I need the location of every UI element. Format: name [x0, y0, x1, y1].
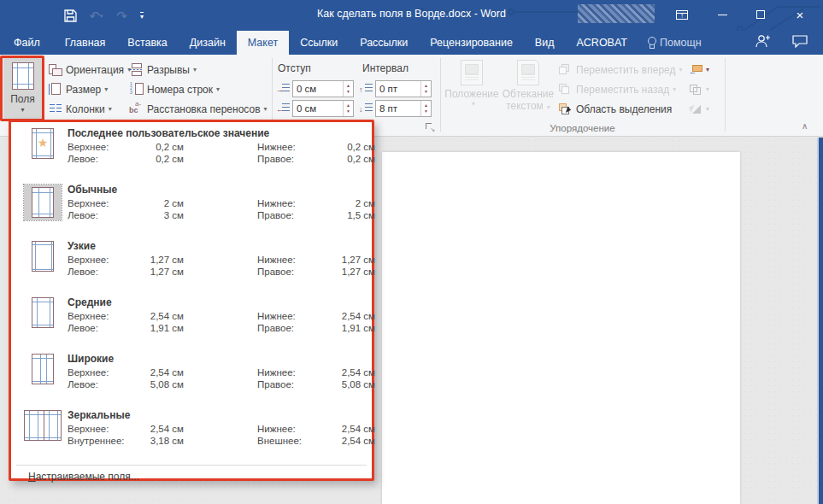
margin-value: 0,2 см — [138, 141, 184, 153]
spacer — [184, 209, 257, 221]
margin-value: 1,27 см — [138, 254, 184, 266]
tab-дизайн[interactable]: Дизайн — [179, 31, 237, 55]
spacer — [184, 254, 257, 266]
margin-values-grid: Верхнее:2 смНижнее:2 смЛевое:3 смПравое:… — [68, 197, 375, 221]
margin-label: Верхнее: — [68, 310, 138, 322]
columns-button[interactable]: Колонки▾ — [48, 99, 131, 119]
margin-label: Левое: — [68, 322, 138, 334]
tab-ссылки[interactable]: Ссылки — [289, 31, 349, 55]
margin-label: Левое: — [68, 153, 138, 165]
margin-label: Нижнее: — [257, 141, 331, 153]
margin-preset-icon — [18, 296, 68, 328]
chevron-down-icon: ▾ — [472, 100, 475, 108]
titlebar: ↶▾ ↷ ▾ Как сделать поля в Ворде.docx - W… — [0, 0, 823, 31]
spinner-arrows[interactable]: ▲▼ — [420, 81, 431, 97]
page-break-icon — [129, 62, 144, 77]
indent-left-field-row: → 0 см ▲▼ — [276, 79, 354, 98]
send-backward-button: Переместить назад▾ — [559, 79, 683, 99]
spacer — [184, 310, 257, 322]
maximize-button[interactable] — [744, 0, 778, 29]
spinner-arrows[interactable]: ▲▼ — [343, 81, 353, 97]
lightbulb-icon — [647, 37, 655, 49]
tell-me-assistant[interactable]: Помощн — [638, 31, 710, 55]
ribbon-display-options-button[interactable] — [665, 0, 699, 29]
tab-вид[interactable]: Вид — [524, 31, 566, 55]
margin-label: Верхнее: — [68, 423, 138, 435]
paragraph-dialog-launcher-icon[interactable] — [426, 123, 434, 132]
margin-value: 0,2 см — [138, 153, 184, 165]
selection-pane-icon — [559, 103, 573, 115]
minimize-icon — [718, 15, 727, 15]
margin-label: Верхнее: — [68, 254, 138, 266]
collapse-ribbon-icon[interactable]: ∧ — [802, 121, 808, 131]
breaks-button[interactable]: Разрывы▾ — [129, 60, 267, 79]
window-right-edge — [817, 138, 823, 504]
margins-menu-item[interactable]: ★ Последнее пользовательское значение Ве… — [11, 126, 372, 174]
comments-icon[interactable] — [792, 35, 808, 51]
group-icon — [689, 84, 702, 96]
tab-макет[interactable]: Макет — [237, 31, 289, 55]
margins-menu-item[interactable]: Широкие Верхнее:2,54 смНижнее:2,54 смЛев… — [11, 352, 372, 400]
wrap-text-icon — [517, 60, 539, 85]
send-backward-icon — [559, 84, 573, 96]
margin-value: 2,54 см — [331, 435, 375, 447]
tab-вставка[interactable]: Вставка — [116, 31, 178, 55]
margin-value: 3 см — [138, 209, 184, 221]
selection-pane-button[interactable]: Область выделения — [559, 99, 683, 119]
tab-file[interactable]: Файл — [0, 31, 54, 55]
share-person-add-icon[interactable] — [755, 34, 770, 51]
margin-label: Правое: — [257, 153, 331, 165]
close-button[interactable]: × — [783, 0, 817, 29]
margin-label: Верхнее: — [68, 197, 138, 209]
group-objects-button: ▾ — [689, 79, 709, 99]
spacing-after-field-row: ↓ 8 пт ▲▼ — [359, 98, 432, 118]
margin-values-grid: Верхнее:2,54 смНижнее:2,54 смВнутреннее:… — [68, 423, 375, 447]
spinner-arrows[interactable]: ▲▼ — [420, 101, 431, 116]
margin-value: 1,91 см — [331, 322, 375, 334]
hyphenation-button[interactable]: Расстановка переносов▾ — [129, 99, 267, 119]
spacer — [184, 322, 257, 334]
align-icon — [689, 64, 702, 76]
margins-menu-item[interactable]: Узкие Верхнее:1,27 смНижнее:1,27 смЛевое… — [11, 239, 372, 287]
custom-margins-item[interactable]: Настраиваемые поля... — [11, 466, 372, 483]
word-window: ↶▾ ↷ ▾ Как сделать поля в Ворде.docx - W… — [0, 0, 823, 504]
chevron-down-icon: ▾ — [547, 103, 550, 111]
chevron-down-icon: ▾ — [104, 85, 108, 93]
margin-preset-name: Обычные — [68, 184, 375, 196]
document-page[interactable] — [382, 152, 740, 504]
spinner-arrows[interactable]: ▲▼ — [343, 101, 353, 116]
margin-value: 2 см — [331, 197, 375, 209]
minimize-button[interactable] — [705, 0, 739, 29]
margin-label: Правое: — [257, 266, 331, 278]
margin-value: 2 см — [138, 197, 184, 209]
orientation-button[interactable]: Ориентация▾ — [48, 60, 131, 79]
tab-главная[interactable]: Главная — [54, 31, 117, 55]
tab-рассылки[interactable]: Рассылки — [349, 31, 419, 55]
indent-left-input[interactable]: 0 см ▲▼ — [292, 80, 354, 97]
tab-рецензирование[interactable]: Рецензирование — [419, 31, 524, 55]
margin-value: 0,2 см — [331, 141, 375, 153]
margin-value: 1,91 см — [138, 322, 184, 334]
align-objects-button[interactable]: ▾ — [689, 60, 709, 79]
orientation-icon — [48, 62, 62, 77]
chevron-down-icon: ▾ — [193, 66, 197, 73]
tab-acrobat[interactable]: ACROBAT — [565, 31, 638, 55]
chevron-down-icon: ▾ — [679, 66, 682, 73]
position-icon — [461, 60, 483, 85]
margin-value: 2,54 см — [331, 310, 375, 322]
ribbon-display-options-icon — [676, 10, 688, 20]
margins-menu-item[interactable]: Обычные Верхнее:2 смНижнее:2 смЛевое:3 с… — [11, 183, 372, 231]
margin-label: Нижнее: — [257, 254, 331, 266]
position-button: Положение ▾ — [446, 60, 497, 108]
hyphenation-icon — [129, 102, 144, 116]
spacing-before-input[interactable]: 0 пт ▲▼ — [375, 80, 432, 97]
margin-label: Правое: — [257, 322, 331, 334]
margins-menu-item[interactable]: Зеркальные Верхнее:2,54 смНижнее:2,54 см… — [11, 408, 372, 456]
size-button[interactable]: Размер▾ — [48, 79, 131, 99]
spacing-after-input[interactable]: 8 пт ▲▼ — [375, 100, 432, 117]
margins-menu-item[interactable]: Средние Верхнее:2,54 смНижнее:2,54 смЛев… — [11, 296, 372, 343]
margin-label: Внутреннее: — [68, 435, 138, 447]
indent-right-input[interactable]: 0 см ▲▼ — [292, 100, 354, 117]
line-numbers-button[interactable]: Номера строк▾ — [129, 79, 267, 99]
margins-button[interactable]: Поля ▾ — [3, 58, 42, 119]
